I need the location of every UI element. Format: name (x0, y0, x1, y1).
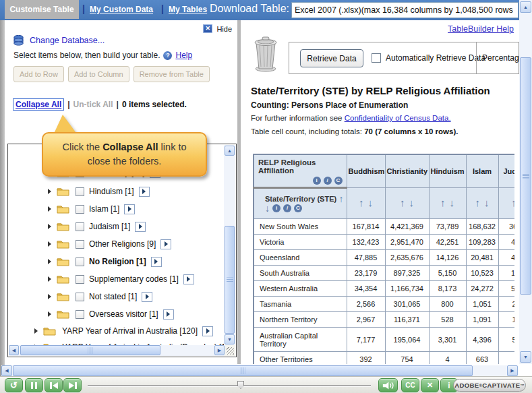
scroll-right-button[interactable]: ▶ (214, 345, 225, 355)
item-checkbox[interactable] (76, 187, 84, 196)
expand-arrow-icon[interactable] (48, 311, 51, 317)
sort-down-icon[interactable]: ↓ (484, 197, 490, 208)
resize-grip[interactable] (225, 345, 235, 356)
add-to-row-button[interactable]: Add to Row (13, 66, 64, 82)
help-icon[interactable]: ? (163, 51, 172, 60)
item-menu-button[interactable] (142, 292, 152, 302)
confidentiality-link[interactable]: Confidentiality of Census Data. (345, 114, 451, 122)
item-menu-button[interactable] (160, 239, 171, 249)
tab-my-tables[interactable]: My Tables (169, 5, 207, 14)
progress-track[interactable] (88, 385, 371, 386)
add-to-column-button[interactable]: Add to Column (68, 66, 129, 82)
scroll-left-button[interactable]: ◀ (1, 365, 12, 376)
sort-down-icon[interactable]: ↓ (265, 204, 270, 212)
item-checkbox[interactable] (76, 275, 84, 284)
tree-item-yarp-year-of-arrival-in-australia[interactable]: YARP Year of Arrival in Australia [120] (34, 325, 213, 337)
sort-down-icon[interactable]: ↓ (409, 197, 415, 208)
expand-arrow-icon[interactable] (34, 328, 38, 334)
sort-up-icon[interactable]: ↑ (400, 197, 405, 208)
tree-vertical-scrollbar[interactable]: ▲ ▼ (224, 145, 235, 345)
collapse-all-link[interactable]: Collapse All (13, 98, 64, 111)
info-icon[interactable]: i (313, 177, 321, 185)
scroll-thumb[interactable] (225, 226, 235, 334)
remove-from-table-button[interactable]: Remove from Table (134, 66, 210, 82)
item-checkbox[interactable] (76, 240, 84, 249)
tree-item-overseas-visitor[interactable]: Overseas visitor [1] (48, 308, 174, 320)
expand-arrow-icon[interactable] (48, 206, 51, 212)
download-format-select[interactable]: Excel 2007 (.xlsx)(max 16,384 columns by… (291, 2, 519, 18)
tablebuilder-help-link[interactable]: TableBuilder Help (448, 24, 514, 34)
scroll-up-button[interactable]: ▲ (225, 146, 235, 156)
tree-horizontal-scrollbar[interactable]: ◀ ▶ (9, 345, 225, 356)
scroll-down-button[interactable]: ▼ (225, 334, 235, 344)
sort-down-icon[interactable]: ↓ (450, 197, 455, 208)
trash-icon[interactable] (251, 35, 280, 73)
expand-arrow-icon[interactable] (48, 259, 51, 264)
sort-up-icon[interactable]: ↑ (359, 197, 364, 208)
retrieve-data-button[interactable]: Retrieve Data (300, 49, 363, 67)
item-menu-button[interactable] (135, 222, 146, 232)
tree-item-no-religion[interactable]: No Religion [1] (48, 255, 162, 268)
progress-thumb[interactable] (237, 381, 244, 389)
expand-arrow-icon[interactable] (48, 276, 51, 282)
next-button[interactable] (63, 378, 82, 392)
tree-item-judaism[interactable]: Judaism [1] (48, 220, 146, 233)
exclude-icon[interactable]: / (283, 204, 291, 212)
close-button[interactable]: ✕ (421, 378, 439, 392)
item-menu-button[interactable] (183, 274, 194, 284)
auto-retrieve-checkbox[interactable] (372, 53, 381, 63)
tree-item-other-religions[interactable]: Other Religions [9] (48, 238, 171, 250)
tree-item-supplementary-codes[interactable]: Supplementary codes [1] (48, 273, 194, 285)
expand-arrow-icon[interactable] (48, 241, 51, 247)
custom-icon[interactable]: C (294, 204, 302, 212)
item-menu-button[interactable] (202, 326, 213, 336)
item-checkbox[interactable] (76, 205, 84, 214)
sort-up-icon[interactable]: ↑ (475, 197, 481, 208)
tab-my-custom-data[interactable]: My Custom Data (90, 5, 153, 14)
scroll-thumb[interactable] (20, 345, 160, 355)
volume-button[interactable] (378, 378, 398, 392)
window-vertical-scrollbar[interactable]: ▲ ▼ (519, 0, 532, 364)
item-checkbox[interactable] (76, 293, 84, 301)
item-checkbox[interactable] (76, 310, 84, 319)
expand-arrow-icon[interactable] (48, 294, 51, 299)
scroll-up-button[interactable]: ▲ (520, 1, 531, 13)
item-checkbox[interactable] (76, 258, 84, 266)
closed-captions-button[interactable]: CC (401, 378, 419, 392)
hide-label[interactable]: Hide (216, 25, 232, 33)
tree-item-islam[interactable]: Islam [1] (48, 203, 135, 215)
item-menu-button[interactable] (151, 257, 162, 267)
table-cell: 663 (466, 352, 498, 365)
info-icon[interactable]: i (272, 204, 280, 212)
rewind-button[interactable]: ↺ (5, 378, 23, 392)
change-database-link[interactable]: Change Database... (30, 36, 105, 45)
exclude-icon[interactable]: / (324, 177, 332, 185)
item-menu-button[interactable] (124, 204, 135, 214)
untick-all-link[interactable]: Un-tick All (73, 100, 113, 109)
scroll-right-button[interactable]: ▶ (507, 365, 518, 376)
item-menu-button[interactable] (163, 309, 174, 320)
sort-down-icon[interactable]: ↓ (368, 197, 374, 208)
previous-button[interactable] (45, 378, 63, 392)
hide-close-icon[interactable]: ✕ (203, 24, 212, 33)
scroll-thumb[interactable] (520, 57, 531, 295)
sort-up-icon[interactable]: ↑ (440, 197, 446, 208)
scroll-left-button[interactable]: ◀ (9, 345, 19, 355)
top-header: Customise Table | My Custom Data | My Ta… (0, 0, 532, 20)
table-view-panel: TableBuilder Help Retrieve Data Automati… (241, 20, 519, 365)
expand-arrow-icon[interactable] (48, 189, 51, 194)
pause-button[interactable] (25, 378, 43, 392)
tree-item-not-stated[interactable]: Not stated [1] (48, 291, 152, 303)
item-checkbox[interactable] (76, 222, 84, 231)
tab-customise-table[interactable]: Customise Table (5, 0, 79, 19)
scroll-down-button[interactable]: ▼ (520, 351, 531, 363)
custom-icon[interactable]: C (334, 177, 343, 185)
tree-item-hinduism[interactable]: Hinduism [1] (48, 185, 150, 198)
expand-arrow-icon[interactable] (48, 224, 51, 229)
item-menu-button[interactable] (139, 187, 150, 197)
help-link[interactable]: Help (175, 51, 192, 60)
window-horizontal-scrollbar[interactable]: ◀ ▶ (1, 365, 518, 376)
sort-up-icon[interactable]: ↑ (339, 195, 344, 203)
scroll-thumb[interactable] (13, 365, 473, 376)
sort-up-icon[interactable]: ↑ (511, 197, 514, 208)
